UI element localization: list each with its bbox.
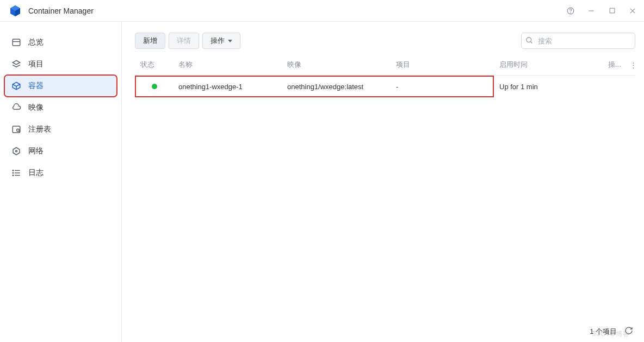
col-more-icon[interactable]: ⋮ (624, 57, 635, 76)
refresh-button[interactable] (624, 326, 633, 337)
col-action[interactable]: 操... (603, 57, 624, 76)
sidebar: 总览 项目 容器 映像 注册表 网络 日志 (0, 22, 122, 342)
action-dropdown-button[interactable]: 操作 (202, 33, 240, 49)
status-running-dot (152, 84, 157, 89)
svg-rect-6 (610, 8, 615, 13)
sidebar-item-registry[interactable]: 注册表 (4, 119, 117, 140)
sidebar-item-logs[interactable]: 日志 (4, 162, 117, 184)
dashboard-icon (11, 37, 22, 48)
search-wrap (521, 33, 635, 49)
package-icon (11, 80, 22, 91)
details-button[interactable]: 详情 (169, 33, 199, 49)
toolbar: 新增 详情 操作 (135, 33, 635, 49)
col-project[interactable]: 项目 (391, 57, 494, 76)
search-input[interactable] (521, 33, 635, 49)
sidebar-item-images[interactable]: 映像 (4, 97, 117, 119)
col-image[interactable]: 映像 (282, 57, 391, 76)
svg-line-16 (19, 131, 20, 132)
cell-uptime: Up for 1 min (494, 76, 603, 97)
svg-point-23 (13, 172, 14, 173)
col-status[interactable]: 状态 (135, 57, 173, 76)
app-logo (9, 4, 22, 17)
col-name[interactable]: 名称 (173, 57, 282, 76)
sidebar-item-projects[interactable]: 项目 (4, 53, 117, 75)
sidebar-item-label: 总览 (28, 38, 44, 47)
svg-point-24 (13, 175, 14, 176)
app-title: Container Manager (28, 7, 94, 15)
registry-icon (11, 124, 22, 135)
help-button[interactable] (566, 6, 575, 16)
svg-line-26 (530, 41, 532, 43)
caret-down-icon (228, 40, 232, 42)
minimize-button[interactable] (586, 6, 596, 16)
sidebar-item-label: 日志 (28, 168, 44, 178)
sidebar-item-overview[interactable]: 总览 (4, 32, 117, 53)
cell-image: onething1/wxedge:latest (282, 76, 391, 97)
window-controls (566, 6, 637, 16)
table-row[interactable]: onething1-wxedge-1 onething1/wxedge:late… (135, 76, 635, 97)
sidebar-item-label: 网络 (28, 146, 44, 156)
network-icon (11, 146, 22, 157)
item-count: 1 个项目 (590, 327, 617, 337)
close-button[interactable] (628, 6, 637, 16)
main-panel: 新增 详情 操作 状态 名称 映像 项目 启用时间 (122, 22, 644, 342)
sidebar-item-label: 容器 (28, 81, 44, 91)
search-icon (525, 36, 534, 47)
action-label: 操作 (210, 36, 225, 46)
svg-marker-17 (13, 147, 20, 155)
col-uptime[interactable]: 启用时间 (494, 57, 603, 76)
svg-point-22 (13, 170, 14, 171)
footer: 1 个项目 (590, 326, 633, 337)
sidebar-item-label: 映像 (28, 103, 44, 113)
svg-rect-9 (13, 39, 20, 46)
svg-point-4 (571, 13, 571, 13)
create-button[interactable]: 新增 (135, 33, 165, 49)
sidebar-item-label: 注册表 (28, 125, 51, 134)
cell-name: onething1-wxedge-1 (173, 76, 282, 97)
container-table: 状态 名称 映像 项目 启用时间 操... ⋮ onething1-wxedge… (135, 57, 635, 97)
cell-project: - (391, 76, 494, 97)
maximize-button[interactable] (607, 6, 617, 16)
layers-icon (11, 59, 22, 70)
list-icon (11, 167, 22, 178)
svg-point-25 (527, 38, 531, 42)
svg-marker-11 (13, 60, 20, 65)
cloud-icon (11, 102, 22, 113)
svg-point-18 (16, 151, 17, 152)
sidebar-item-containers[interactable]: 容器 (4, 75, 117, 97)
title-bar: Container Manager (0, 0, 644, 22)
sidebar-item-network[interactable]: 网络 (4, 140, 117, 162)
sidebar-item-label: 项目 (28, 59, 44, 69)
